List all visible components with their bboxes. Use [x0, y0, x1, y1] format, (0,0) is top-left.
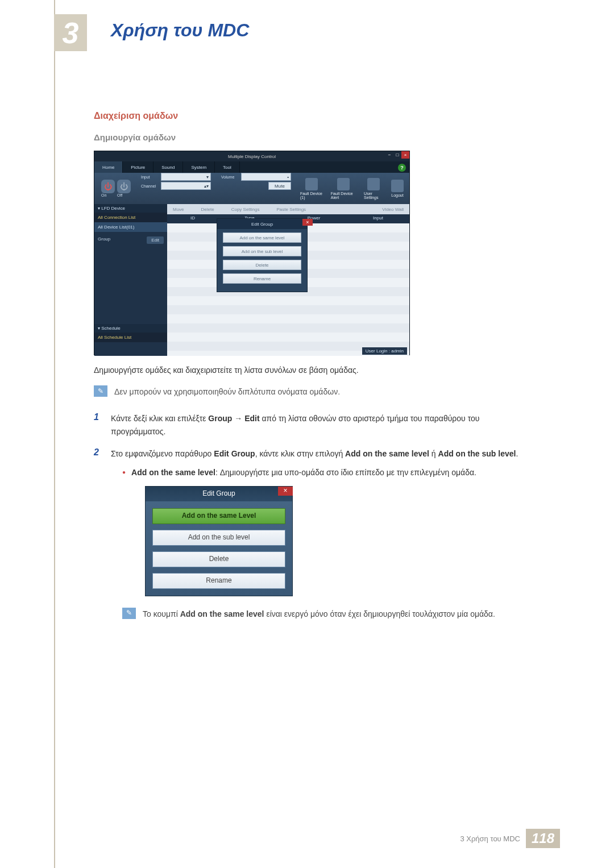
content-area: Διαχείριση ομάδων Δημιουργία ομάδων Mult… [94, 111, 520, 630]
intro-text: Δημιουργήστε ομάδες και διαχειριστείτε τ… [94, 364, 520, 376]
note-1: ✎ Δεν μπορούν να χρησιμοποιηθούν διπλότυ… [94, 385, 520, 398]
btn-rename[interactable]: Rename [223, 273, 301, 284]
sidebar-all-connection[interactable]: All Connection List [94, 213, 167, 222]
s1a: Κάντε δεξί κλικ και επιλέξτε [111, 414, 208, 423]
s2a: Στο εμφανιζόμενο παράθυρο [111, 449, 214, 458]
note-2-text: Το κουμπί Add on the same level είναι εν… [143, 608, 495, 620]
s1b: Group [208, 414, 232, 423]
note-1-text: Δεν μπορούν να χρησιμοποιηθούν διπλότυπα… [114, 385, 340, 398]
bullet-1: ● Add on the same level: Δημιουργήστε μι… [122, 466, 520, 479]
input-label: Input [141, 175, 159, 179]
sidebar: LFD Device All Connection List All Devic… [94, 204, 167, 356]
subsection-title: Δημιουργία ομάδων [94, 132, 520, 142]
tab-bar: Home Picture Sound System Tool [94, 161, 409, 173]
power-on-label: On [101, 193, 115, 197]
mdc-app-window: Multiple Display Control − □ × ? Home Pi… [94, 151, 410, 355]
step-1-body: Κάντε δεξί κλικ και επιλέξτε Group → Edi… [111, 412, 520, 438]
col-input[interactable]: Input [347, 214, 409, 223]
channel-label: Channel [141, 184, 159, 188]
toolbar-videowall[interactable]: Video Wall [382, 207, 404, 212]
popup-title: Edit Group × [217, 219, 307, 229]
channel-dropdown[interactable]: ▴▾ [161, 182, 211, 190]
btn-large-rename[interactable]: Rename [152, 573, 285, 589]
help-icon[interactable]: ? [398, 164, 406, 172]
user-settings-icon[interactable]: User Settings [362, 178, 385, 200]
minimize-button[interactable]: − [385, 151, 393, 159]
tab-picture[interactable]: Picture [123, 161, 154, 173]
window-titlebar: Multiple Display Control − □ × [94, 151, 409, 161]
edit-group-popup-small: Edit Group × Add on the same level Add o… [217, 218, 308, 292]
power-on-button[interactable]: ⏻ [101, 180, 115, 193]
mute-button[interactable]: Mute [268, 182, 291, 190]
toolbar-copy[interactable]: Copy Settings [231, 207, 260, 212]
sidebar-all-device[interactable]: All Device List(01) [94, 222, 167, 232]
chapter-title: Χρήση του MDC [111, 20, 249, 41]
s1c: → [232, 414, 244, 423]
popup-large-body: Add on the same Level Add on the sub lev… [146, 501, 292, 596]
sidebar-all-schedule[interactable]: All Schedule List [94, 333, 167, 342]
input-dropdown[interactable]: ▾ [161, 173, 211, 181]
window-buttons: − □ × [385, 151, 409, 159]
main-toolbar: Move Delete Copy Settings Paste Settings… [167, 204, 409, 214]
monitor-warning-icon [305, 178, 318, 190]
bullet-b: : Δημιουργήστε μια υπο-ομάδα στο ίδιο επ… [215, 468, 476, 477]
page-footer: 3 Χρήση του MDC 118 [460, 829, 560, 848]
btn-large-delete[interactable]: Delete [152, 551, 285, 567]
volume-slider[interactable]: • [241, 173, 291, 181]
fault-alert-icon[interactable]: Fault Device Alert [329, 178, 358, 200]
tab-tool[interactable]: Tool [215, 161, 240, 173]
logout-icon[interactable]: Logout [389, 180, 406, 197]
popup-close-button[interactable]: × [302, 219, 313, 226]
s2c: , κάντε κλικ στην επιλογή [255, 449, 345, 458]
popup-large-title: Edit Group × [146, 487, 292, 501]
step-1: 1 Κάντε δεξί κλικ και επιλέξτε Group → E… [94, 412, 520, 438]
power-off-label: Off [117, 193, 131, 197]
fault-alert-label: Fault Device Alert [331, 192, 356, 200]
close-button[interactable]: × [401, 151, 409, 159]
sidebar-lfd-header[interactable]: LFD Device [94, 204, 167, 213]
footer-page-number: 118 [526, 829, 560, 848]
sidebar-group-row: Group Edit [94, 232, 167, 248]
footer-text: 3 Χρήση του MDC [460, 834, 520, 843]
s2f: Add on the sub level [438, 449, 516, 458]
btn-add-sub-level[interactable]: Add on the sub level [223, 246, 301, 256]
col-id[interactable]: ID [167, 214, 218, 223]
n2c: είναι ενεργό μόνο όταν έχει δημιουργηθεί… [264, 609, 495, 618]
user-settings-label: User Settings [364, 192, 383, 200]
sidebar-edit-button[interactable]: Edit [147, 236, 164, 244]
sidebar-group-label: Group [98, 236, 110, 244]
maximize-button[interactable]: □ [393, 151, 401, 159]
user-login-status: User Login : admin [362, 347, 407, 355]
fault-device-icon[interactable]: Fault Device (1) [298, 178, 325, 200]
s1d: Edit [244, 414, 259, 423]
toolbar-paste[interactable]: Paste Settings [277, 207, 306, 212]
user-icon [367, 178, 380, 190]
chapter-number-badge: 3 [54, 14, 87, 51]
window-title: Multiple Display Control [228, 154, 276, 159]
step-2-number: 2 [94, 447, 104, 621]
note-icon: ✎ [122, 608, 136, 619]
bullet-dot-icon: ● [122, 466, 126, 479]
popup-large-title-text: Edit Group [202, 488, 235, 500]
sidebar-schedule-header[interactable]: Schedule [94, 324, 167, 333]
tab-system[interactable]: System [183, 161, 215, 173]
popup-large-close-button[interactable]: × [278, 487, 293, 496]
step-2: 2 Στο εμφανιζόμενο παράθυρο Edit Group, … [94, 447, 520, 621]
btn-delete[interactable]: Delete [223, 260, 301, 270]
n2b: Add on the same level [180, 609, 264, 618]
step-2-body: Στο εμφανιζόμενο παράθυρο Edit Group, κά… [111, 447, 520, 621]
tab-sound[interactable]: Sound [154, 161, 183, 173]
btn-large-add-sub-level[interactable]: Add on the sub level [152, 530, 285, 546]
s2e: ή [429, 449, 438, 458]
btn-add-same-level[interactable]: Add on the same level [223, 232, 301, 243]
tab-home[interactable]: Home [94, 161, 123, 173]
toolbar-delete[interactable]: Delete [201, 207, 214, 212]
monitor-alert-icon [337, 178, 350, 190]
door-icon [391, 180, 404, 192]
note-icon: ✎ [94, 385, 107, 397]
note-2: ✎ Το κουμπί Add on the same level είναι … [122, 608, 520, 620]
btn-large-add-same-level[interactable]: Add on the same Level [152, 508, 285, 524]
toolbar-move[interactable]: Move [173, 207, 184, 212]
power-off-button[interactable]: ⏻ [117, 180, 131, 193]
volume-label: Volume [221, 175, 239, 179]
